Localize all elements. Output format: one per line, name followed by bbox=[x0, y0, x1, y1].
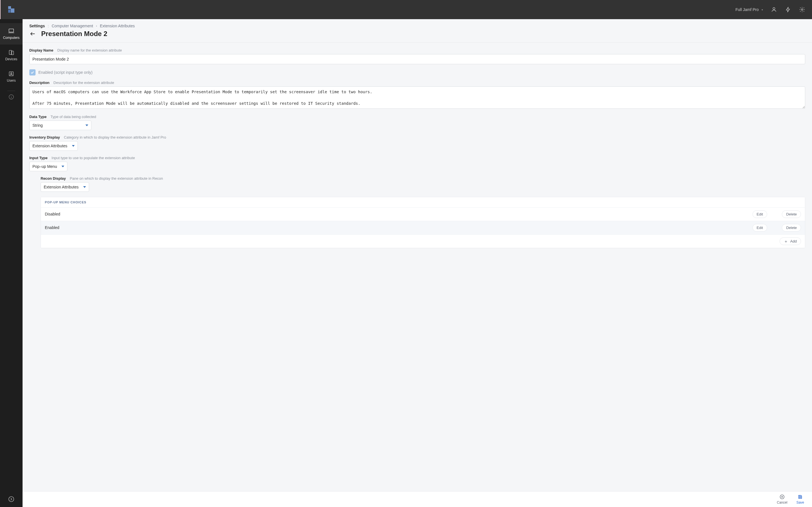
enabled-checkbox[interactable] bbox=[29, 69, 36, 75]
sidebar-info-button[interactable] bbox=[0, 94, 22, 100]
recon-display-value: Extension Attributes bbox=[44, 185, 79, 189]
sidebar-item-label: Users bbox=[7, 78, 15, 82]
recon-display-hint: Pane on which to display the extension a… bbox=[70, 176, 163, 180]
popup-choice-name: Enabled bbox=[45, 225, 733, 230]
sidebar-item-users[interactable]: Users bbox=[0, 66, 22, 87]
page-header: Settings : Computer Management › Extensi… bbox=[22, 19, 812, 43]
svg-rect-0 bbox=[8, 6, 11, 9]
app-logo[interactable] bbox=[4, 6, 18, 13]
popup-choice-edit-button[interactable]: Edit bbox=[753, 224, 767, 231]
page-footer: Cancel Save bbox=[22, 491, 812, 507]
topbar: Full Jamf Pro ▾ bbox=[0, 0, 812, 19]
sidebar-item-devices[interactable]: Devices bbox=[0, 45, 22, 66]
recon-display-label: Recon Display bbox=[41, 176, 66, 180]
breadcrumb-mid[interactable]: Computer Management bbox=[52, 24, 93, 28]
svg-rect-2 bbox=[8, 10, 10, 13]
save-button[interactable]: Save bbox=[797, 494, 804, 504]
input-type-value: Pop–up Menu bbox=[33, 164, 57, 169]
chevron-down-icon: ▾ bbox=[762, 8, 763, 11]
cancel-label: Cancel bbox=[777, 501, 787, 504]
popup-choices-card: POP-UP MENU CHOICES Disabled Edit Delete… bbox=[41, 197, 805, 248]
svg-rect-5 bbox=[9, 29, 14, 32]
breadcrumb-root[interactable]: Settings bbox=[29, 24, 45, 28]
popup-choice-name: Disabled bbox=[45, 212, 733, 216]
info-icon bbox=[9, 94, 14, 100]
sidebar-item-label: Computers bbox=[3, 36, 20, 40]
users-icon bbox=[8, 71, 15, 77]
data-type-select[interactable]: String bbox=[29, 121, 91, 130]
inventory-display-hint: Category in which to display the extensi… bbox=[64, 135, 166, 139]
popup-choice-add-button[interactable]: ＋ Add bbox=[779, 237, 801, 245]
popup-choice-row: Disabled Edit Delete bbox=[41, 208, 805, 221]
sidebar-collapse-button[interactable] bbox=[0, 491, 22, 507]
popup-choice-edit-button[interactable]: Edit bbox=[753, 210, 767, 218]
inventory-display-label: Inventory Display bbox=[29, 135, 60, 139]
svg-point-4 bbox=[801, 9, 803, 10]
input-type-select[interactable]: Pop–up Menu bbox=[29, 162, 67, 171]
sidebar: Computers Devices Users bbox=[0, 19, 22, 507]
data-type-hint: Type of data being collected bbox=[50, 115, 96, 119]
inventory-display-value: Extension Attributes bbox=[33, 144, 67, 148]
main-content: Settings : Computer Management › Extensi… bbox=[22, 19, 812, 507]
inventory-display-select[interactable]: Extension Attributes bbox=[29, 141, 78, 151]
arrow-left-icon bbox=[30, 32, 36, 36]
popup-choice-add-label: Add bbox=[790, 239, 797, 243]
breadcrumb-leaf[interactable]: Extension Attributes bbox=[100, 24, 135, 28]
chevron-right-icon: › bbox=[96, 24, 97, 28]
check-icon bbox=[31, 70, 35, 74]
back-button[interactable] bbox=[29, 31, 36, 37]
popup-choice-delete-button[interactable]: Delete bbox=[782, 224, 801, 231]
window-left-accent bbox=[0, 0, 1, 19]
input-type-label: Input Type bbox=[29, 156, 48, 160]
recon-display-select[interactable]: Extension Attributes bbox=[41, 182, 89, 192]
plus-icon: ＋ bbox=[784, 239, 788, 243]
bolt-icon[interactable] bbox=[785, 6, 791, 13]
user-icon[interactable] bbox=[771, 6, 777, 13]
devices-icon bbox=[8, 49, 15, 55]
tenant-name: Full Jamf Pro bbox=[735, 7, 759, 12]
input-type-hint: Input type to use to populate the extens… bbox=[52, 156, 135, 160]
data-type-label: Data Type bbox=[29, 115, 47, 119]
breadcrumb: Settings : Computer Management › Extensi… bbox=[29, 24, 805, 28]
popup-choices-header: POP-UP MENU CHOICES bbox=[41, 197, 805, 208]
svg-point-3 bbox=[773, 8, 775, 10]
breadcrumb-sep: : bbox=[48, 24, 49, 28]
popup-choice-delete-button[interactable]: Delete bbox=[782, 210, 801, 218]
display-name-hint: Display name for the extension attribute bbox=[57, 48, 122, 52]
page-title: Presentation Mode 2 bbox=[41, 30, 107, 38]
description-label: Description bbox=[29, 80, 50, 85]
display-name-input[interactable] bbox=[29, 54, 805, 64]
cancel-icon bbox=[779, 494, 784, 499]
sidebar-separator bbox=[7, 91, 15, 91]
expand-right-icon bbox=[8, 496, 14, 502]
sidebar-item-label: Devices bbox=[5, 57, 17, 61]
popup-choice-row: Enabled Edit Delete bbox=[41, 221, 805, 235]
display-name-label: Display Name bbox=[29, 48, 53, 52]
enabled-checkbox-label: Enabled (script input type only) bbox=[38, 70, 93, 75]
sidebar-item-computers[interactable]: Computers bbox=[0, 23, 22, 45]
cancel-button[interactable]: Cancel bbox=[777, 494, 787, 504]
gear-icon[interactable] bbox=[799, 6, 805, 13]
description-textarea[interactable] bbox=[29, 87, 805, 109]
data-type-value: String bbox=[33, 123, 43, 128]
svg-point-9 bbox=[11, 73, 12, 74]
description-hint: Description for the extension attribute bbox=[54, 80, 114, 85]
save-icon bbox=[798, 494, 803, 499]
svg-point-13 bbox=[9, 497, 14, 502]
svg-rect-1 bbox=[11, 8, 14, 13]
save-label: Save bbox=[797, 501, 804, 504]
laptop-icon bbox=[8, 28, 15, 34]
tenant-switcher[interactable]: Full Jamf Pro ▾ bbox=[735, 7, 763, 12]
